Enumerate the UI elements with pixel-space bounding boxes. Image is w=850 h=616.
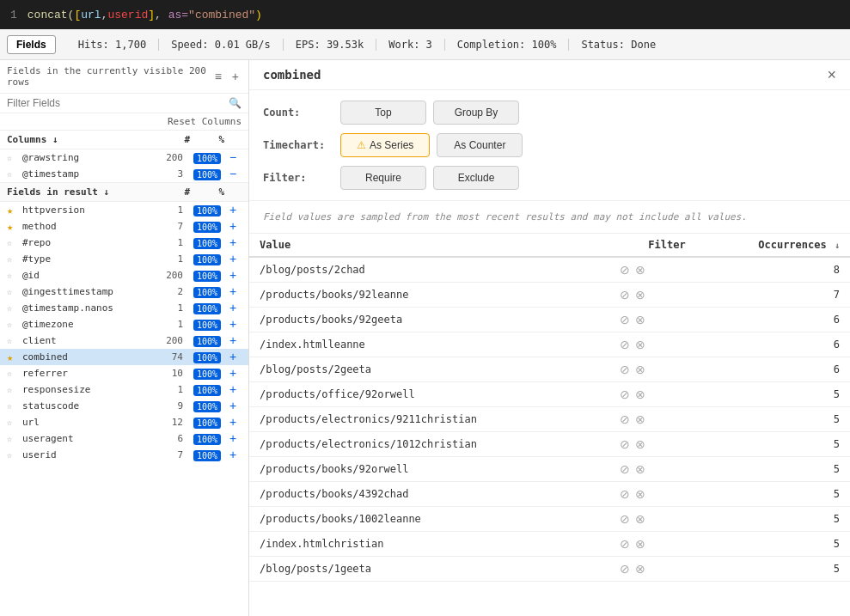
field-row-ingesttimestamp[interactable]: ☆ @ingesttimestamp 2 100% +: [0, 284, 248, 300]
top-button[interactable]: Top: [340, 101, 426, 125]
fields-result-label: Fields in result ↓: [7, 186, 159, 198]
filter-cell: ⊘ ⊗: [608, 482, 696, 507]
field-num-rawstring: 200: [152, 152, 183, 163]
columns-section-header: Columns ↓ # %: [0, 131, 248, 149]
filter-exclude-btn[interactable]: ⊗: [634, 287, 646, 302]
filter-exclude-btn[interactable]: ⊗: [634, 536, 646, 552]
add-responsesize-btn[interactable]: +: [229, 383, 236, 395]
filter-exclude-btn[interactable]: ⊗: [634, 511, 646, 527]
add-ingesttimestamp-btn[interactable]: +: [229, 285, 236, 297]
field-row-id[interactable]: ☆ @id 200 100% +: [0, 267, 248, 284]
filter-cell: ⊘ ⊗: [608, 382, 696, 407]
filter-exclude-btn[interactable]: ⊗: [634, 387, 646, 402]
add-statuscode-btn[interactable]: +: [229, 399, 236, 412]
as-series-button[interactable]: ⚠As Series: [340, 133, 430, 157]
popup-close-button[interactable]: ×: [827, 67, 836, 82]
field-num-url: 12: [152, 417, 183, 428]
field-row-httpversion[interactable]: ★ httpversion 1 100% +: [0, 202, 248, 218]
add-timezone-btn[interactable]: +: [229, 318, 236, 330]
exclude-button[interactable]: Exclude: [433, 166, 519, 190]
add-referrer-btn[interactable]: +: [229, 367, 236, 379]
field-row-method[interactable]: ★ method 7 100% +: [0, 218, 248, 235]
as-counter-button[interactable]: As Counter: [437, 133, 523, 157]
filter-include-btn[interactable]: ⊘: [619, 561, 631, 576]
add-client-btn[interactable]: +: [229, 334, 236, 346]
field-num-statuscode: 9: [152, 400, 183, 412]
fields-button[interactable]: Fields: [7, 35, 56, 54]
filter-include-btn[interactable]: ⊘: [619, 387, 631, 402]
add-id-btn[interactable]: +: [229, 269, 236, 281]
filter-include-btn[interactable]: ⊘: [619, 511, 631, 527]
add-useragent-btn[interactable]: +: [229, 432, 236, 444]
filter-exclude-btn[interactable]: ⊗: [634, 337, 646, 352]
reset-columns-link[interactable]: Reset Columns: [0, 113, 248, 131]
value-cell: /products/books/92leanne: [249, 283, 608, 308]
search-icon: 🔍: [229, 97, 242, 109]
field-row-url[interactable]: ☆ url 12 100% +: [0, 414, 248, 430]
field-row-useragent[interactable]: ☆ useragent 6 100% +: [0, 430, 248, 447]
add-type-btn[interactable]: +: [229, 253, 236, 265]
column-row-timestamp[interactable]: ☆ @timestamp 3 100% −: [0, 166, 248, 182]
field-row-timezone[interactable]: ☆ @timezone 1 100% +: [0, 316, 248, 332]
field-num-httpversion: 1: [152, 204, 183, 216]
main-layout: Fields in the currently visible 200 rows…: [0, 60, 850, 616]
filter-exclude-btn[interactable]: ⊗: [634, 412, 646, 427]
field-row-responsesize[interactable]: ☆ responsesize 1 100% +: [0, 381, 248, 398]
require-button[interactable]: Require: [340, 166, 426, 190]
filter-exclude-btn[interactable]: ⊗: [634, 362, 646, 377]
filter-exclude-btn[interactable]: ⊗: [634, 436, 646, 452]
field-row-referrer[interactable]: ☆ referrer 10 100% +: [0, 365, 248, 381]
filter-include-btn[interactable]: ⊘: [619, 436, 631, 452]
filter-cell: ⊘ ⊗: [608, 407, 696, 432]
field-row-type[interactable]: ☆ #type 1 100% +: [0, 251, 248, 267]
filter-exclude-btn[interactable]: ⊗: [634, 461, 646, 477]
filter-include-btn[interactable]: ⊘: [619, 262, 631, 278]
table-row: /products/office/92orwell ⊘ ⊗ 5: [249, 382, 850, 407]
group-by-button[interactable]: Group By: [433, 101, 519, 125]
table-row: /index.htmlleanne ⊘ ⊗ 6: [249, 332, 850, 357]
filter-include-btn[interactable]: ⊘: [619, 337, 631, 352]
add-userid-btn[interactable]: +: [229, 448, 236, 460]
filter-settings-icon[interactable]: ≡: [212, 69, 224, 84]
filter-include-btn[interactable]: ⊘: [619, 536, 631, 552]
field-name-useragent: useragent: [22, 433, 149, 444]
field-row-client[interactable]: ☆ client 200 100% +: [0, 332, 248, 349]
minus-timestamp-btn[interactable]: −: [229, 168, 236, 180]
filter-include-btn[interactable]: ⊘: [619, 362, 631, 377]
star-empty-icon-tsnanos: ☆: [7, 303, 19, 313]
star-empty-icon-id: ☆: [7, 271, 19, 280]
filter-include-btn[interactable]: ⊘: [619, 461, 631, 477]
add-url-btn[interactable]: +: [229, 416, 236, 428]
add-field-icon[interactable]: +: [229, 69, 242, 84]
value-cell: /products/electronics/1012christian: [249, 432, 608, 457]
filter-exclude-btn[interactable]: ⊗: [634, 262, 646, 278]
field-row-repo[interactable]: ☆ #repo 1 100% +: [0, 235, 248, 251]
filter-exclude-btn[interactable]: ⊗: [634, 561, 646, 576]
filter-include-btn[interactable]: ⊘: [619, 287, 631, 302]
filter-exclude-btn[interactable]: ⊗: [634, 486, 646, 502]
field-row-combined[interactable]: ★ combined 74 100% +: [0, 349, 248, 365]
filter-exclude-btn[interactable]: ⊗: [634, 312, 646, 327]
filter-fields-input[interactable]: [7, 97, 225, 109]
table-row: /blog/posts/2geeta ⊘ ⊗ 6: [249, 357, 850, 382]
value-cell: /index.htmlchristian: [249, 532, 608, 557]
field-row-statuscode[interactable]: ☆ statuscode 9 100% +: [0, 398, 248, 414]
filter-include-btn[interactable]: ⊘: [619, 486, 631, 502]
add-combined-btn[interactable]: +: [229, 351, 236, 363]
field-row-userid[interactable]: ☆ userid 7 100% +: [0, 447, 248, 463]
filter-include-btn[interactable]: ⊘: [619, 312, 631, 327]
add-method-btn[interactable]: +: [229, 220, 236, 232]
minus-rawstring-btn[interactable]: −: [229, 151, 236, 163]
fields-scroll-area[interactable]: Columns ↓ # % ☆ @rawstring 200 100% − ☆ …: [0, 131, 248, 616]
add-timestamp-nanos-btn[interactable]: +: [229, 302, 236, 314]
filter-include-btn[interactable]: ⊘: [619, 412, 631, 427]
column-row-rawstring[interactable]: ☆ @rawstring 200 100% −: [0, 149, 248, 166]
field-num-timezone: 1: [152, 319, 183, 330]
field-row-timestamp-nanos[interactable]: ☆ @timestamp.nanos 1 100% +: [0, 300, 248, 316]
occurrences-cell: 6: [696, 357, 850, 382]
add-httpversion-btn[interactable]: +: [229, 204, 236, 216]
occurrences-cell: 5: [696, 407, 850, 432]
field-pct-id: 100%: [187, 270, 221, 282]
field-name-referrer: referrer: [22, 368, 149, 379]
add-repo-btn[interactable]: +: [229, 236, 236, 248]
